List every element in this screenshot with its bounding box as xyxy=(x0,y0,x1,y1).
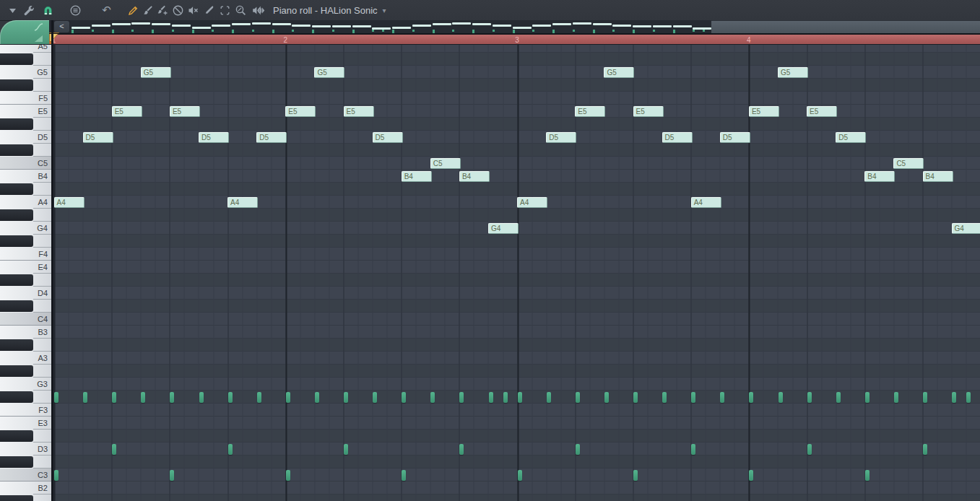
piano-key-a5[interactable]: A5 xyxy=(0,45,51,53)
drum-ghost-note[interactable] xyxy=(952,392,956,403)
midi-note[interactable]: B4 xyxy=(923,171,953,182)
scroll-left-button[interactable]: < xyxy=(54,21,69,32)
drum-ghost-note[interactable] xyxy=(344,392,348,403)
piano-key-fs3[interactable] xyxy=(0,391,51,404)
slice-tool-icon[interactable] xyxy=(202,4,216,17)
slide-note-icon[interactable] xyxy=(33,22,44,32)
drum-ghost-note[interactable] xyxy=(459,392,464,403)
midi-note[interactable]: E5 xyxy=(170,106,200,117)
select-tool-icon[interactable] xyxy=(218,4,232,17)
drum-ghost-note[interactable] xyxy=(286,470,290,481)
piano-key-g4[interactable]: G4 xyxy=(0,222,51,235)
drum-ghost-note[interactable] xyxy=(373,392,377,403)
midi-note[interactable]: E5 xyxy=(575,106,605,117)
drum-ghost-note[interactable] xyxy=(966,392,971,403)
drum-ghost-note[interactable] xyxy=(923,392,927,403)
zoom-tool-icon[interactable] xyxy=(234,4,248,17)
piano-key-a4[interactable]: A4 xyxy=(0,196,51,209)
drum-ghost-note[interactable] xyxy=(170,470,174,481)
drum-ghost-note[interactable] xyxy=(662,392,667,403)
drum-ghost-note[interactable] xyxy=(749,470,753,481)
piano-key-f4[interactable]: F4 xyxy=(0,248,51,261)
piano-key-fs5[interactable] xyxy=(0,79,51,92)
drum-ghost-note[interactable] xyxy=(83,392,87,403)
piano-key-g3[interactable]: G3 xyxy=(0,378,51,391)
midi-note[interactable]: G5 xyxy=(778,67,808,78)
piano-key-gs5[interactable] xyxy=(0,53,51,66)
piano-key-c3[interactable]: C3 xyxy=(0,469,51,482)
drum-ghost-note[interactable] xyxy=(459,444,464,455)
undo-icon[interactable]: ↶ xyxy=(100,4,113,17)
preview-scrollbar[interactable]: < xyxy=(49,20,980,34)
piano-key-ds3[interactable] xyxy=(0,430,51,443)
menu-circle-icon[interactable] xyxy=(69,4,82,17)
piano-key-e3[interactable]: E3 xyxy=(0,417,51,430)
drum-ghost-note[interactable] xyxy=(633,470,638,481)
drum-ghost-note[interactable] xyxy=(518,392,522,403)
drum-ghost-note[interactable] xyxy=(865,470,870,481)
paint-sequence-brush-icon[interactable] xyxy=(155,4,169,17)
delete-tool-icon[interactable] xyxy=(171,4,185,17)
drum-ghost-note[interactable] xyxy=(54,470,58,481)
drum-ghost-note[interactable] xyxy=(199,392,204,403)
drum-ghost-note[interactable] xyxy=(604,392,609,403)
piano-key-cs3[interactable] xyxy=(0,456,51,469)
midi-note[interactable]: G5 xyxy=(604,67,634,78)
drum-ghost-note[interactable] xyxy=(344,444,348,455)
midi-note[interactable]: G5 xyxy=(141,67,171,78)
midi-note[interactable]: D5 xyxy=(836,132,866,143)
piano-key-cs4[interactable] xyxy=(0,300,51,313)
drum-ghost-note[interactable] xyxy=(749,392,753,403)
drum-ghost-note[interactable] xyxy=(720,392,724,403)
drum-ghost-note[interactable] xyxy=(228,392,233,403)
piano-key-d3[interactable]: D3 xyxy=(0,443,51,456)
drum-ghost-note[interactable] xyxy=(807,392,812,403)
piano-key-d5[interactable]: D5 xyxy=(0,131,51,144)
midi-note[interactable]: D5 xyxy=(720,132,750,143)
midi-note[interactable]: A4 xyxy=(691,197,721,208)
midi-note[interactable]: A4 xyxy=(227,197,258,208)
drum-ghost-note[interactable] xyxy=(836,392,841,403)
piano-key-d4[interactable]: D4 xyxy=(0,287,51,300)
drum-ghost-note[interactable] xyxy=(54,392,58,403)
target-channel-icon[interactable] xyxy=(254,4,268,17)
drum-ghost-note[interactable] xyxy=(315,392,319,403)
drum-ghost-note[interactable] xyxy=(576,392,580,403)
paint-brush-icon[interactable] xyxy=(141,4,155,17)
snap-magnet-icon[interactable] xyxy=(41,4,55,17)
drum-ghost-note[interactable] xyxy=(228,444,233,455)
preview-scrollbar-track[interactable] xyxy=(711,20,980,34)
window-title[interactable]: Piano roll - HALion Sonic xyxy=(273,5,378,16)
piano-key-cs5[interactable] xyxy=(0,144,51,157)
note-grid[interactable]: A4D5E5G5E5D5A4D5E5G5E5D5B4C5B4G4A4D5E5G5… xyxy=(53,45,980,501)
midi-note[interactable]: B4 xyxy=(459,171,490,182)
piano-key-e5[interactable]: E5 xyxy=(0,105,51,118)
piano-key-fs4[interactable] xyxy=(0,235,51,248)
drum-ghost-note[interactable] xyxy=(894,392,898,403)
piano-key-g5[interactable]: G5 xyxy=(0,66,51,79)
midi-note[interactable]: E5 xyxy=(807,106,837,117)
main-menu-arrow-icon[interactable] xyxy=(6,4,19,17)
midi-note[interactable]: G4 xyxy=(488,223,519,234)
drum-ghost-note[interactable] xyxy=(112,444,116,455)
drum-ghost-note[interactable] xyxy=(430,392,435,403)
drum-ghost-note[interactable] xyxy=(923,444,927,455)
tools-wrench-icon[interactable] xyxy=(22,4,35,17)
midi-note[interactable]: E5 xyxy=(344,106,374,117)
midi-note[interactable]: E5 xyxy=(633,106,664,117)
piano-key-b2[interactable]: B2 xyxy=(0,482,51,495)
drum-ghost-note[interactable] xyxy=(112,392,116,403)
drum-ghost-note[interactable] xyxy=(402,392,406,403)
piano-key-ds4[interactable] xyxy=(0,274,51,287)
timeline-ruler[interactable]: 1234 xyxy=(49,34,980,45)
piano-key-as4[interactable] xyxy=(0,183,51,196)
piano-key-c5[interactable]: C5 xyxy=(0,157,51,170)
preview-scrollbar-thumb[interactable] xyxy=(70,20,711,34)
portamento-icon[interactable] xyxy=(33,32,44,43)
piano-key-f3[interactable]: F3 xyxy=(0,404,51,417)
title-dropdown-icon[interactable]: ▾ xyxy=(383,6,386,14)
midi-note[interactable]: B4 xyxy=(864,171,895,182)
midi-note[interactable]: C5 xyxy=(893,158,924,169)
midi-note[interactable]: C5 xyxy=(430,158,461,169)
piano-key-b3[interactable]: B3 xyxy=(0,326,51,339)
